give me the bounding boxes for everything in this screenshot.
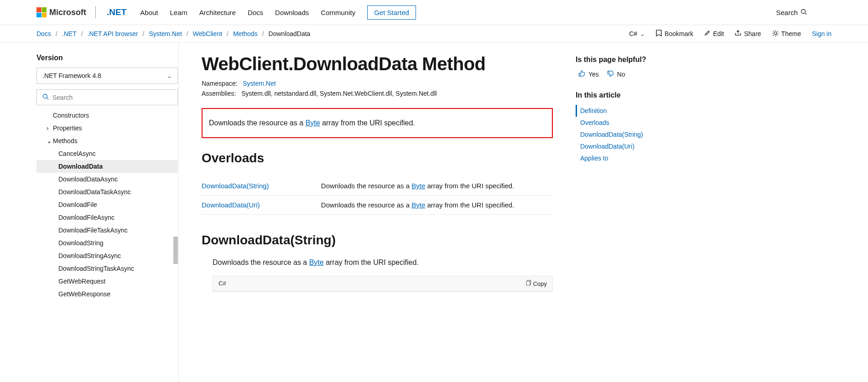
chevron-down-icon [640, 30, 645, 37]
search-input[interactable] [52, 94, 172, 101]
copy-icon [526, 280, 531, 287]
svg-point-0 [801, 9, 806, 13]
toc-item[interactable]: Definition [576, 105, 697, 117]
nav-downloads[interactable]: Downloads [275, 9, 309, 16]
nav-about[interactable]: About [140, 9, 158, 16]
breadcrumb-bar: Docs/ .NET/ .NET API browser/ System.Net… [0, 25, 868, 43]
sun-icon [772, 30, 779, 38]
nav-docs[interactable]: Docs [248, 9, 263, 16]
namespace-link[interactable]: System.Net [243, 80, 275, 87]
nav-links: About Learn Architecture Docs Downloads … [140, 5, 416, 20]
main-content: WebClient.DownloadData Method Namespace:… [179, 43, 576, 382]
sidebar-item[interactable]: DownloadString [36, 237, 178, 249]
sidebar-item[interactable]: GetWebResponse [36, 288, 178, 300]
sidebar: Version .NET Framework 4.8 Constructors›… [0, 43, 179, 382]
search-icon [800, 9, 807, 16]
sidebar-item[interactable]: DownloadStringAsync [36, 249, 178, 262]
toc-item[interactable]: DownloadData(String) [576, 129, 697, 140]
sidebar-item[interactable]: ⌄Methods [36, 134, 178, 147]
signin-link[interactable]: Sign in [812, 30, 832, 37]
top-nav: Microsoft .NET About Learn Architecture … [0, 0, 868, 25]
sidebar-item[interactable]: DownloadFile [36, 198, 178, 211]
get-started-button[interactable]: Get Started [367, 5, 416, 20]
byte-link[interactable]: Byte [306, 119, 320, 127]
sidebar-item[interactable]: DownloadData [36, 160, 178, 173]
toc-item[interactable]: DownloadData(Uri) [576, 140, 697, 152]
helpful-heading: Is this page helpful? [576, 56, 697, 64]
byte-link[interactable]: Byte [411, 201, 425, 209]
namespace-row: Namespace: System.Net [202, 80, 553, 87]
pencil-icon [704, 30, 710, 37]
svg-line-1 [805, 13, 807, 15]
sidebar-item[interactable]: DownloadStringTaskAsync [36, 262, 178, 275]
svg-rect-14 [526, 281, 530, 285]
ms-label: Microsoft [49, 8, 86, 17]
sidebar-item[interactable]: DownloadFileTaskAsync [36, 224, 178, 237]
bc-net[interactable]: .NET [62, 30, 77, 37]
chevron-down-icon [167, 72, 172, 79]
svg-line-9 [773, 35, 774, 36]
byte-link[interactable]: Byte [309, 258, 324, 266]
chevron-icon: › [47, 124, 51, 132]
scrollbar-thumb[interactable] [173, 237, 178, 264]
page-title: WebClient.DownloadData Method [202, 54, 553, 74]
bc-webclient[interactable]: WebClient [193, 30, 222, 37]
sidebar-item[interactable]: CancelAsync [36, 147, 178, 160]
overloads-table: DownloadData(String)Downloads the resour… [202, 176, 553, 215]
theme-button[interactable]: Theme [772, 30, 801, 38]
breadcrumb: Docs/ .NET/ .NET API browser/ System.Net… [36, 30, 629, 37]
code-lang: C# [218, 280, 226, 287]
brand-link[interactable]: .NET [107, 7, 126, 17]
sidebar-item[interactable]: DownloadDataTaskAsync [36, 186, 178, 198]
svg-line-8 [777, 35, 778, 36]
no-button[interactable]: No [607, 70, 625, 78]
overload-link[interactable]: DownloadData(Uri) [202, 201, 260, 209]
svg-line-10 [777, 31, 778, 32]
thumbs-down-icon [607, 70, 614, 78]
svg-line-7 [773, 31, 774, 32]
chevron-icon: ⌄ [47, 137, 51, 145]
section-desc: Downloads the resource as a Byte array f… [213, 258, 553, 267]
sidebar-search[interactable] [36, 89, 178, 105]
bc-docs[interactable]: Docs [36, 30, 51, 37]
toc: DefinitionOverloadsDownloadData(String)D… [576, 105, 697, 164]
sidebar-item[interactable]: ›Properties [36, 122, 178, 134]
bookmark-icon [656, 30, 662, 38]
assemblies-row: Assemblies: System.dll, netstandard.dll,… [202, 90, 553, 97]
edit-button[interactable]: Edit [704, 30, 724, 37]
sidebar-item[interactable]: GetWebRequest [36, 275, 178, 288]
sidebar-item[interactable]: DownloadFileAsync [36, 211, 178, 224]
lang-picker[interactable]: C# [629, 30, 645, 37]
overload-link[interactable]: DownloadData(String) [202, 182, 269, 190]
nav-tree[interactable]: Constructors›Properties⌄MethodsCancelAsy… [36, 109, 178, 370]
code-block: C# Copy [213, 276, 553, 292]
bc-api[interactable]: .NET API browser [88, 30, 138, 37]
yes-button[interactable]: Yes [578, 70, 599, 78]
bc-methods[interactable]: Methods [233, 30, 258, 37]
byte-link[interactable]: Byte [411, 182, 425, 190]
toc-item[interactable]: Applies to [576, 152, 697, 164]
version-select[interactable]: .NET Framework 4.8 [36, 67, 178, 84]
nav-arch[interactable]: Architecture [199, 9, 236, 16]
table-row: DownloadData(Uri)Downloads the resource … [202, 196, 553, 215]
share-button[interactable]: Share [735, 30, 761, 37]
copy-button[interactable]: Copy [526, 280, 547, 287]
sidebar-item[interactable]: Constructors [36, 109, 178, 122]
bookmark-button[interactable]: Bookmark [656, 30, 693, 38]
table-row: DownloadData(String)Downloads the resour… [202, 176, 553, 196]
overloads-heading: Overloads [202, 151, 553, 165]
bc-systemnet[interactable]: System.Net [149, 30, 182, 37]
microsoft-logo[interactable]: Microsoft [36, 7, 86, 17]
ms-logo-icon [36, 7, 47, 17]
nav-learn[interactable]: Learn [170, 9, 187, 16]
share-icon [735, 30, 741, 37]
container: Version .NET Framework 4.8 Constructors›… [0, 43, 868, 382]
right-sidebar: Is this page helpful? Yes No In this art… [576, 43, 708, 382]
version-label: Version [36, 54, 178, 62]
search-top-button[interactable]: Search [776, 9, 857, 16]
svg-point-11 [43, 94, 47, 98]
divider [95, 6, 96, 18]
sidebar-item[interactable]: DownloadDataAsync [36, 173, 178, 186]
toc-item[interactable]: Overloads [576, 117, 697, 129]
nav-community[interactable]: Community [321, 9, 355, 16]
